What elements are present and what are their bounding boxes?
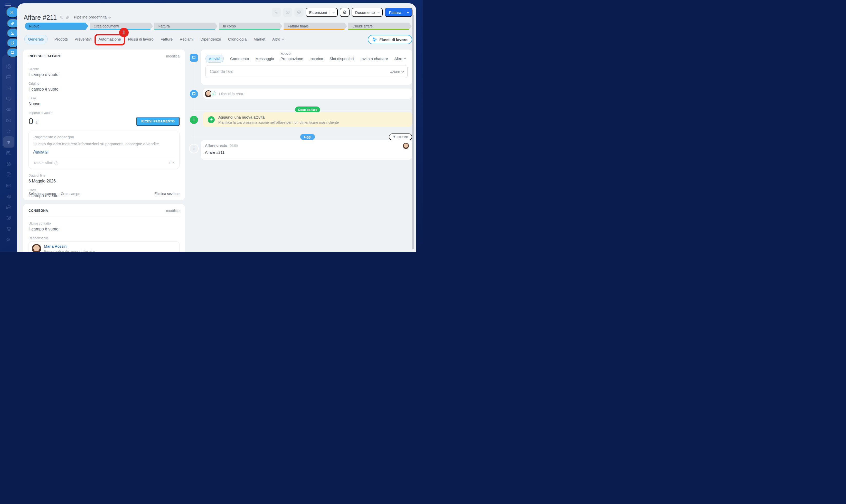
tab-automazione[interactable]: Automazione xyxy=(98,37,121,41)
sign-document-icon[interactable] xyxy=(6,172,12,178)
field-origine[interactable]: Origine il campo è vuoto xyxy=(29,82,179,92)
stage-in-corso[interactable]: In corso xyxy=(219,22,282,30)
ai-robot-icon[interactable] xyxy=(6,161,12,167)
tab-market[interactable]: Market xyxy=(254,37,265,41)
feed-tab-prenotazione-wrapper: NUOVO Prenotazione xyxy=(280,56,303,61)
select-field-link[interactable]: Seleziona campo xyxy=(29,192,56,196)
tab-dipendenze[interactable]: Dipendenze xyxy=(201,37,221,41)
document-icon[interactable] xyxy=(6,85,12,91)
feed-tabs: Attività Commento Messaggio NUOVO Prenot… xyxy=(205,56,408,61)
today-badge[interactable]: Oggi xyxy=(300,134,315,140)
feed-tab-altro[interactable]: Altro xyxy=(394,56,405,61)
tab-reclami[interactable]: Reclami xyxy=(179,37,193,41)
header-actions: Estensioni ⚙ Documento Fattura xyxy=(272,8,413,17)
avatar xyxy=(32,244,41,252)
filter-button[interactable]: FILTRO xyxy=(389,133,413,140)
responsible-role: Responsabile del supporto tecnico xyxy=(44,249,95,252)
total-deals-value: 0 € xyxy=(169,161,175,165)
chat-placeholder: Discuti in chat xyxy=(219,92,243,96)
feed-tab-commento[interactable]: Commento xyxy=(230,56,249,61)
contact-card-icon[interactable] xyxy=(6,183,12,188)
help-icon[interactable]: ? xyxy=(54,161,58,165)
add-link[interactable]: Aggiungi xyxy=(33,149,48,154)
chat-input[interactable]: + Discuti in chat xyxy=(203,89,412,99)
field-fase[interactable]: Fase Nuovo xyxy=(29,96,179,106)
bar-chart-icon[interactable] xyxy=(6,194,12,199)
goal-target-icon[interactable] xyxy=(6,215,12,221)
document-button[interactable]: Documento xyxy=(351,8,383,17)
hexagon-icon[interactable] xyxy=(6,64,12,69)
receive-payment-button[interactable]: RICEVI PAGAMENTO xyxy=(136,117,179,126)
tab-cronologia[interactable]: Cronologia xyxy=(228,37,247,41)
create-field-link[interactable]: Crea campo xyxy=(61,192,80,196)
feed-tab-messaggio[interactable]: Messaggio xyxy=(255,56,274,61)
whiteboard-icon[interactable] xyxy=(6,96,12,102)
chat-transfer-icon[interactable] xyxy=(294,8,304,17)
payment-box-title: Pagamento e consegna xyxy=(33,135,175,139)
amount-value[interactable]: 0€ xyxy=(29,116,38,126)
edit-link[interactable]: modifica xyxy=(166,209,179,213)
plus-icon[interactable]: + xyxy=(208,116,215,123)
chevron-down-icon xyxy=(401,70,404,73)
warehouse-icon[interactable] xyxy=(6,204,12,210)
vertical-scrollbar[interactable] xyxy=(412,15,414,249)
gear-icon[interactable]: ⚙ xyxy=(340,8,349,17)
phone-icon[interactable] xyxy=(272,8,281,17)
chat-bubble-icon xyxy=(190,90,198,98)
todo-input[interactable]: Cose da fare azioni xyxy=(205,65,408,78)
stage-chiudi-affare[interactable]: Chiudi affare xyxy=(348,22,412,30)
feed-tab-incarico[interactable]: Incarico xyxy=(310,56,323,61)
envelope-icon[interactable] xyxy=(283,8,292,17)
feed-tab-prenotazione[interactable]: Prenotazione xyxy=(280,56,303,61)
field-cliente[interactable]: Cliente il campo è vuoto xyxy=(29,67,179,77)
delivery-panel: CONSEGNA modifica Ultimo contatto il cam… xyxy=(23,204,185,252)
new-badge: NUOVO xyxy=(281,53,291,55)
invoice-button[interactable]: Fattura xyxy=(385,8,413,17)
chain-link-icon[interactable] xyxy=(66,15,70,19)
field-responsabile: Responsabile Maria Rossini Responsabile … xyxy=(29,236,179,252)
avatar xyxy=(403,143,409,149)
field-data-di-fine[interactable]: Data di fine 6 Maggio 2026 xyxy=(29,174,179,183)
timeline-event-card[interactable]: Affare creato 09:50 Affare #211 xyxy=(201,140,412,160)
tab-preventivi[interactable]: Preventivi xyxy=(74,37,91,41)
pipeline-selector[interactable]: Pipeline predefinita xyxy=(74,15,110,20)
edit-link[interactable]: modifica xyxy=(166,54,179,58)
banner-title: Aggiungi una nuova attività xyxy=(218,115,339,119)
add-participant-icon[interactable]: + xyxy=(210,91,216,96)
tab-prodotti[interactable]: Prodotti xyxy=(54,37,68,41)
responsible-name[interactable]: Maria Rossini xyxy=(44,244,95,248)
annotation-step-badge: 1 xyxy=(119,28,129,37)
people-icon[interactable] xyxy=(6,128,12,134)
stage-fattura[interactable]: Fattura xyxy=(154,22,218,30)
tab-generale[interactable]: Generale xyxy=(24,35,48,43)
responsible-person-card[interactable]: Maria Rossini Responsabile del supporto … xyxy=(29,241,179,252)
divider xyxy=(33,157,175,157)
stage-fattura-finale[interactable]: Fattura finale xyxy=(283,22,347,30)
funnel-icon xyxy=(393,136,396,139)
todo-placeholder: Cose da fare xyxy=(210,69,234,74)
drive-icon[interactable] xyxy=(6,107,12,112)
deal-slider-card: Affare #211 ✎ Pipeline predefinita Esten… xyxy=(17,3,416,252)
tab-flussi-di-lavoro[interactable]: Flussi di lavoro xyxy=(128,37,154,41)
calendar-icon[interactable] xyxy=(6,74,12,80)
workflows-button[interactable]: Flussi di lavoro xyxy=(368,35,412,44)
crm-icon[interactable] xyxy=(3,136,14,147)
pencil-icon[interactable]: ✎ xyxy=(59,15,63,20)
deal-tabs: Generale Prodotti Preventivi Automazione… xyxy=(24,37,283,41)
planner-icon[interactable] xyxy=(6,150,12,156)
cart-icon[interactable] xyxy=(6,226,12,232)
add-activity-banner[interactable]: + Aggiungi una nuova attività Pianifica … xyxy=(203,112,412,127)
field-ultimo-contatto[interactable]: Ultimo contatto il campo è vuoto xyxy=(29,221,179,232)
actions-dropdown[interactable]: azioni xyxy=(390,70,403,74)
extensions-button[interactable]: Estensioni xyxy=(306,8,338,17)
stage-nuovo[interactable]: Nuovo xyxy=(25,22,88,30)
delete-section-link[interactable]: Elimina sezione xyxy=(154,192,179,196)
feed-tab-slot-disponibili[interactable]: Slot disponibili xyxy=(329,56,354,61)
tab-altro[interactable]: Altro xyxy=(272,37,283,41)
feed-tab-attivita[interactable]: Attività xyxy=(205,55,224,62)
feed-tab-invita-a-chattare[interactable]: Invita a chattare xyxy=(361,56,388,61)
tab-fatture[interactable]: Fatture xyxy=(160,37,173,41)
mail-icon[interactable] xyxy=(6,118,12,123)
settings-gear-icon[interactable]: ⚙ xyxy=(6,237,12,242)
deal-info-panel: INFO SULL'AFFARE modifica Cliente il cam… xyxy=(23,50,185,200)
